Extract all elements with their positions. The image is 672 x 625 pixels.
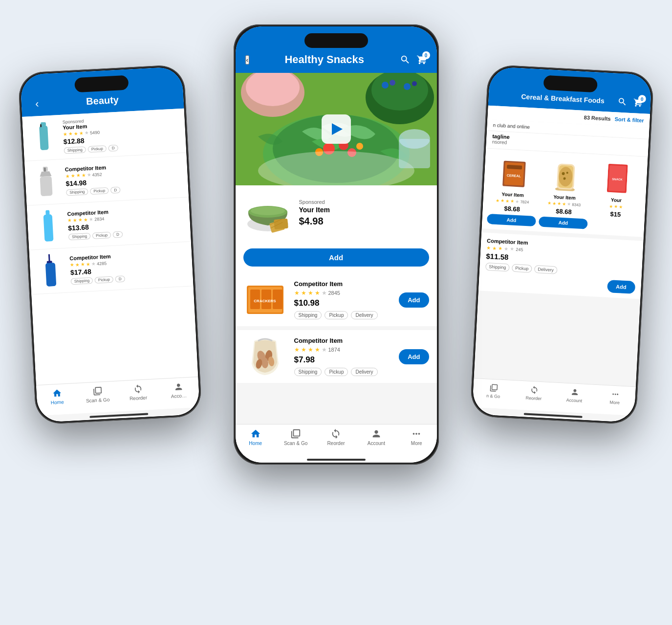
svg-text:CRACKERS: CRACKERS [254, 299, 276, 303]
svg-rect-7 [45, 210, 50, 215]
svg-rect-6 [44, 167, 46, 171]
right-cart-count: 0 [638, 95, 646, 103]
left-back-button[interactable]: ‹ [29, 97, 45, 111]
center-nav-reorder-label: Reorder [327, 441, 345, 446]
center-stars-1: ★★★★★ 2845 [294, 290, 392, 296]
svg-rect-14 [506, 164, 521, 169]
left-review-count-2: 4352 [92, 172, 102, 177]
left-product-img-4 [35, 253, 66, 289]
center-nav-more[interactable]: More [404, 428, 429, 446]
right-nav-reorder-label: Reorder [525, 396, 542, 402]
left-product-row-4: Competitor Item ★★★★★ 4285 $17.48 Shippi… [29, 242, 193, 294]
right-item-name-3: Your [611, 197, 622, 203]
right-nav-more[interactable]: More [603, 389, 628, 406]
phone-right: Cereal & Breakfast Foods 0 83 Results So… [470, 65, 654, 425]
right-nav-account-label: Account [566, 398, 582, 403]
svg-text:CEREAL: CEREAL [506, 173, 521, 178]
left-product-img-2 [30, 164, 62, 200]
left-nav-home[interactable]: Home [44, 388, 70, 406]
center-product-img-2 [243, 337, 287, 376]
center-sponsored-img [243, 192, 292, 234]
right-nav-scan-label: n & Go [486, 393, 500, 399]
svg-rect-1 [39, 125, 49, 150]
right-products-row: CEREAL Your Item ★★★★★ 7824 $8.68 Add [481, 149, 648, 237]
right-results-count: 83 Results [584, 114, 611, 122]
svg-rect-9 [48, 254, 50, 261]
left-screen-content: Sponsored Your Item ★★★★★ 5490 $12.88 Sh… [22, 109, 198, 385]
right-stars-1: ★★★★★ 7824 [496, 198, 529, 205]
right-add-btn-1[interactable]: Add [487, 214, 536, 226]
svg-rect-44 [399, 139, 430, 168]
center-play-button[interactable] [322, 114, 351, 144]
left-nav-account[interactable]: Acco… [166, 381, 191, 400]
right-single-review: 245 [516, 247, 523, 252]
right-notch [543, 75, 598, 93]
svg-text:SNACK: SNACK [612, 178, 623, 181]
center-sponsored-item-name: Your Item [299, 206, 429, 214]
center-product-info-2: Competitor Item ★★★★★ 1874 $7.98 Shippin… [294, 337, 392, 376]
center-nav-scan[interactable]: Scan & Go [283, 428, 308, 446]
right-add-btn-2[interactable]: Add [539, 216, 588, 229]
left-nav-account-label: Acco… [171, 393, 187, 399]
right-nav-scan[interactable]: n & Go [481, 383, 506, 400]
left-product-row-2: Competitor Item ★★★★★ 4352 $14.98 Shippi… [24, 153, 189, 206]
right-screen-content: 83 Results Sort & filter n club and onli… [474, 106, 650, 387]
right-price-3: $15 [610, 210, 621, 218]
right-nav-account[interactable]: Account [562, 387, 587, 403]
right-review-2: 8343 [572, 202, 581, 207]
right-product-img-1: CEREAL [496, 154, 532, 190]
center-product-1: CRACKERS Competitor Item ★★★★★ 2845 $10.… [236, 273, 437, 326]
left-product-info-4: Competitor Item ★★★★★ 4285 $17.48 Shippi… [69, 249, 187, 285]
left-product-info-2: Competitor Item ★★★★★ 4352 $14.98 Shippi… [65, 160, 183, 196]
svg-marker-4 [40, 171, 51, 177]
right-product-img-3: SNACK [600, 159, 636, 196]
center-cart-icon[interactable]: 0 [416, 54, 427, 65]
right-add-single-btn[interactable]: Add [607, 280, 636, 294]
center-notch [304, 33, 368, 48]
phone-center: ‹ Healthy Snacks 0 [234, 24, 439, 465]
center-product-name-2: Competitor Item [294, 337, 392, 344]
center-nav-account[interactable]: Account [364, 428, 389, 446]
right-header-icons: 0 [617, 97, 643, 108]
center-add-btn-1[interactable]: Add [399, 292, 429, 308]
right-product-row2: Competitor Item ★★★★★ 245 $11.58 Shippin… [478, 232, 644, 299]
center-add-btn-2[interactable]: Add [399, 349, 429, 364]
right-sort-filter[interactable]: Sort & filter [614, 116, 644, 123]
center-back-button[interactable]: ‹ [245, 55, 249, 65]
right-product-single: Competitor Item ★★★★★ 245 $11.58 Shippin… [484, 238, 637, 294]
svg-rect-2 [40, 124, 41, 127]
center-sponsored-section: Sponsored Your Item $4.98 Add [236, 185, 437, 273]
center-nav-home[interactable]: Home [243, 428, 268, 446]
svg-rect-5 [40, 176, 53, 196]
left-product-info-1: Sponsored Your Item ★★★★★ 5490 $12.88 Sh… [63, 113, 180, 154]
left-nav-home-label: Home [51, 399, 64, 405]
svg-rect-11 [45, 263, 56, 287]
right-nav-reorder[interactable]: Reorder [521, 385, 547, 402]
right-header-title: Cereal & Breakfast Foods [508, 92, 618, 106]
right-cart-icon[interactable]: 0 [633, 97, 643, 108]
center-price-1: $10.98 [294, 298, 392, 308]
svg-point-31 [382, 82, 389, 89]
center-tags-2: ShippingPickupDelivery [294, 368, 392, 376]
center-nav-reorder[interactable]: Reorder [324, 428, 348, 446]
play-triangle-icon [332, 123, 343, 135]
center-stars-2: ★★★★★ 1874 [294, 346, 392, 353]
phone-left: ‹ Beauty [18, 65, 202, 425]
center-tags-1: ShippingPickupDelivery [294, 311, 392, 319]
svg-rect-49 [274, 219, 288, 229]
center-hero-video[interactable] [236, 73, 437, 185]
center-header-title: Healthy Snacks [249, 53, 400, 66]
right-nav-more-label: More [609, 400, 620, 405]
center-product-img-1: CRACKERS [243, 280, 287, 319]
left-nav-scan-label: Scan & Go [86, 397, 110, 403]
center-search-icon[interactable] [400, 54, 411, 65]
scene: ‹ Beauty [0, 0, 672, 625]
center-product-info-1: Competitor Item ★★★★★ 2845 $10.98 Shippi… [294, 280, 392, 319]
center-product-2: Competitor Item ★★★★★ 1874 $7.98 Shippin… [236, 330, 437, 383]
center-products-list: CRACKERS Competitor Item ★★★★★ 2845 $10.… [236, 273, 437, 424]
center-bottom-nav: Home Scan & Go Reorder Account [236, 424, 437, 456]
left-nav-reorder[interactable]: Reorder [126, 383, 151, 402]
left-nav-scan[interactable]: Scan & Go [85, 385, 110, 403]
center-nav-scan-label: Scan & Go [284, 441, 307, 446]
center-sponsored-add-btn[interactable]: Add [243, 248, 429, 267]
